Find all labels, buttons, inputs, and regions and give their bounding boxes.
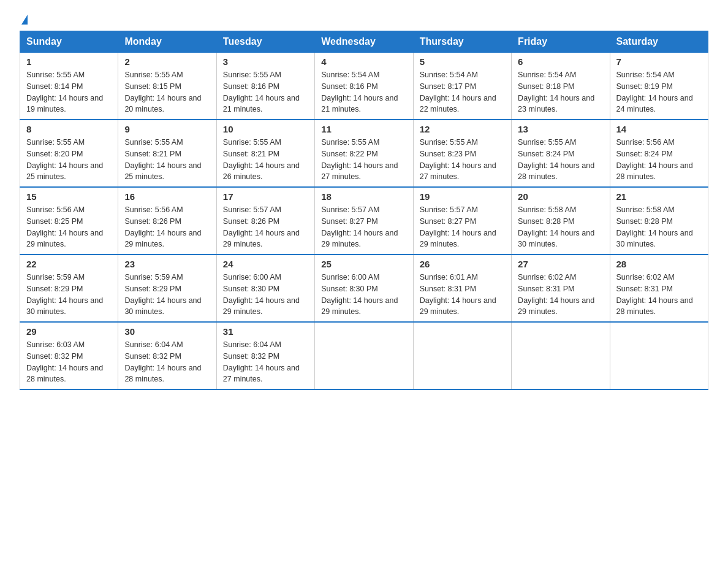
day-info: Sunrise: 5:55 AM Sunset: 8:24 PM Dayligh…	[518, 137, 603, 183]
calendar-week-row: 22 Sunrise: 5:59 AM Sunset: 8:29 PM Dayl…	[20, 255, 708, 322]
day-info: Sunrise: 5:55 AM Sunset: 8:23 PM Dayligh…	[420, 137, 505, 183]
day-number: 6	[518, 56, 603, 67]
calendar-cell: 15 Sunrise: 5:56 AM Sunset: 8:25 PM Dayl…	[20, 187, 118, 255]
day-info: Sunrise: 5:55 AM Sunset: 8:15 PM Dayligh…	[124, 69, 210, 115]
day-info: Sunrise: 5:54 AM Sunset: 8:17 PM Dayligh…	[420, 69, 505, 115]
calendar-week-row: 8 Sunrise: 5:55 AM Sunset: 8:20 PM Dayli…	[20, 120, 708, 187]
day-info: Sunrise: 6:00 AM Sunset: 8:30 PM Dayligh…	[321, 272, 406, 318]
calendar-cell: 9 Sunrise: 5:55 AM Sunset: 8:21 PM Dayli…	[118, 120, 216, 187]
day-info: Sunrise: 5:57 AM Sunset: 8:27 PM Dayligh…	[321, 204, 406, 250]
day-info: Sunrise: 5:55 AM Sunset: 8:21 PM Dayligh…	[124, 137, 210, 183]
calendar-cell: 30 Sunrise: 6:04 AM Sunset: 8:32 PM Dayl…	[118, 322, 216, 389]
calendar-cell: 25 Sunrise: 6:00 AM Sunset: 8:30 PM Dayl…	[315, 255, 413, 322]
calendar-cell	[315, 322, 413, 389]
day-info: Sunrise: 6:04 AM Sunset: 8:32 PM Dayligh…	[124, 339, 210, 385]
day-number: 8	[26, 124, 112, 134]
day-number: 9	[124, 124, 210, 134]
calendar-cell: 22 Sunrise: 5:59 AM Sunset: 8:29 PM Dayl…	[20, 255, 118, 322]
day-info: Sunrise: 6:01 AM Sunset: 8:31 PM Dayligh…	[420, 272, 505, 318]
day-number: 23	[124, 259, 210, 269]
day-info: Sunrise: 5:56 AM Sunset: 8:24 PM Dayligh…	[616, 137, 702, 183]
day-number: 11	[321, 124, 406, 134]
calendar-week-row: 29 Sunrise: 6:03 AM Sunset: 8:32 PM Dayl…	[20, 322, 708, 389]
day-number: 21	[616, 191, 702, 202]
day-info: Sunrise: 5:57 AM Sunset: 8:26 PM Dayligh…	[223, 204, 308, 250]
day-info: Sunrise: 5:56 AM Sunset: 8:26 PM Dayligh…	[124, 204, 210, 250]
calendar-cell: 28 Sunrise: 6:02 AM Sunset: 8:31 PM Dayl…	[610, 255, 708, 322]
weekday-header-thursday: Thursday	[413, 31, 511, 53]
day-info: Sunrise: 6:00 AM Sunset: 8:30 PM Dayligh…	[223, 272, 308, 318]
logo	[20, 15, 28, 25]
calendar-cell: 26 Sunrise: 6:01 AM Sunset: 8:31 PM Dayl…	[413, 255, 511, 322]
day-info: Sunrise: 5:55 AM Sunset: 8:14 PM Dayligh…	[26, 69, 112, 115]
calendar-week-row: 1 Sunrise: 5:55 AM Sunset: 8:14 PM Dayli…	[20, 53, 708, 120]
weekday-header-sunday: Sunday	[20, 31, 118, 53]
day-number: 19	[420, 191, 505, 202]
calendar-cell: 8 Sunrise: 5:55 AM Sunset: 8:20 PM Dayli…	[20, 120, 118, 187]
day-number: 15	[26, 191, 112, 202]
day-info: Sunrise: 6:03 AM Sunset: 8:32 PM Dayligh…	[26, 339, 112, 385]
weekday-header-tuesday: Tuesday	[216, 31, 314, 53]
day-number: 29	[26, 326, 112, 337]
calendar-cell: 31 Sunrise: 6:04 AM Sunset: 8:32 PM Dayl…	[216, 322, 314, 389]
calendar-cell	[610, 322, 708, 389]
logo-top-row	[20, 15, 28, 25]
header	[20, 15, 708, 25]
calendar-cell: 18 Sunrise: 5:57 AM Sunset: 8:27 PM Dayl…	[315, 187, 413, 255]
calendar-table: SundayMondayTuesdayWednesdayThursdayFrid…	[20, 31, 708, 390]
calendar-cell: 5 Sunrise: 5:54 AM Sunset: 8:17 PM Dayli…	[413, 53, 511, 120]
calendar-cell: 27 Sunrise: 6:02 AM Sunset: 8:31 PM Dayl…	[512, 255, 610, 322]
day-info: Sunrise: 5:57 AM Sunset: 8:27 PM Dayligh…	[420, 204, 505, 250]
calendar-cell: 21 Sunrise: 5:58 AM Sunset: 8:28 PM Dayl…	[610, 187, 708, 255]
day-info: Sunrise: 5:54 AM Sunset: 8:18 PM Dayligh…	[518, 69, 603, 115]
day-info: Sunrise: 5:58 AM Sunset: 8:28 PM Dayligh…	[616, 204, 702, 250]
calendar-cell: 16 Sunrise: 5:56 AM Sunset: 8:26 PM Dayl…	[118, 187, 216, 255]
calendar-cell: 14 Sunrise: 5:56 AM Sunset: 8:24 PM Dayl…	[610, 120, 708, 187]
calendar-cell	[413, 322, 511, 389]
day-number: 3	[223, 56, 308, 67]
calendar-cell: 6 Sunrise: 5:54 AM Sunset: 8:18 PM Dayli…	[512, 53, 610, 120]
day-number: 12	[420, 124, 505, 134]
logo-triangle-icon	[21, 15, 28, 25]
day-number: 20	[518, 191, 603, 202]
calendar-cell: 3 Sunrise: 5:55 AM Sunset: 8:16 PM Dayli…	[216, 53, 314, 120]
day-number: 25	[321, 259, 406, 269]
day-number: 17	[223, 191, 308, 202]
day-number: 1	[26, 56, 112, 67]
weekday-header-saturday: Saturday	[610, 31, 708, 53]
day-info: Sunrise: 5:54 AM Sunset: 8:19 PM Dayligh…	[616, 69, 702, 115]
calendar-cell: 12 Sunrise: 5:55 AM Sunset: 8:23 PM Dayl…	[413, 120, 511, 187]
day-number: 4	[321, 56, 406, 67]
day-info: Sunrise: 6:04 AM Sunset: 8:32 PM Dayligh…	[223, 339, 308, 385]
day-number: 18	[321, 191, 406, 202]
day-info: Sunrise: 5:54 AM Sunset: 8:16 PM Dayligh…	[321, 69, 406, 115]
day-info: Sunrise: 5:59 AM Sunset: 8:29 PM Dayligh…	[26, 272, 112, 318]
calendar-cell: 23 Sunrise: 5:59 AM Sunset: 8:29 PM Dayl…	[118, 255, 216, 322]
day-info: Sunrise: 5:55 AM Sunset: 8:21 PM Dayligh…	[223, 137, 308, 183]
calendar-cell: 11 Sunrise: 5:55 AM Sunset: 8:22 PM Dayl…	[315, 120, 413, 187]
day-info: Sunrise: 5:56 AM Sunset: 8:25 PM Dayligh…	[26, 204, 112, 250]
day-number: 30	[124, 326, 210, 337]
day-number: 31	[223, 326, 308, 337]
day-number: 10	[223, 124, 308, 134]
calendar-cell: 1 Sunrise: 5:55 AM Sunset: 8:14 PM Dayli…	[20, 53, 118, 120]
calendar-cell: 29 Sunrise: 6:03 AM Sunset: 8:32 PM Dayl…	[20, 322, 118, 389]
calendar-cell: 24 Sunrise: 6:00 AM Sunset: 8:30 PM Dayl…	[216, 255, 314, 322]
calendar-cell: 10 Sunrise: 5:55 AM Sunset: 8:21 PM Dayl…	[216, 120, 314, 187]
day-number: 7	[616, 56, 702, 67]
weekday-header-friday: Friday	[512, 31, 610, 53]
calendar-cell: 13 Sunrise: 5:55 AM Sunset: 8:24 PM Dayl…	[512, 120, 610, 187]
day-number: 26	[420, 259, 505, 269]
day-info: Sunrise: 6:02 AM Sunset: 8:31 PM Dayligh…	[518, 272, 603, 318]
calendar-cell: 20 Sunrise: 5:58 AM Sunset: 8:28 PM Dayl…	[512, 187, 610, 255]
day-number: 22	[26, 259, 112, 269]
day-number: 28	[616, 259, 702, 269]
day-number: 2	[124, 56, 210, 67]
calendar-cell: 19 Sunrise: 5:57 AM Sunset: 8:27 PM Dayl…	[413, 187, 511, 255]
day-number: 27	[518, 259, 603, 269]
calendar-cell: 4 Sunrise: 5:54 AM Sunset: 8:16 PM Dayli…	[315, 53, 413, 120]
day-number: 14	[616, 124, 702, 134]
calendar-cell: 7 Sunrise: 5:54 AM Sunset: 8:19 PM Dayli…	[610, 53, 708, 120]
weekday-header-monday: Monday	[118, 31, 216, 53]
day-number: 24	[223, 259, 308, 269]
